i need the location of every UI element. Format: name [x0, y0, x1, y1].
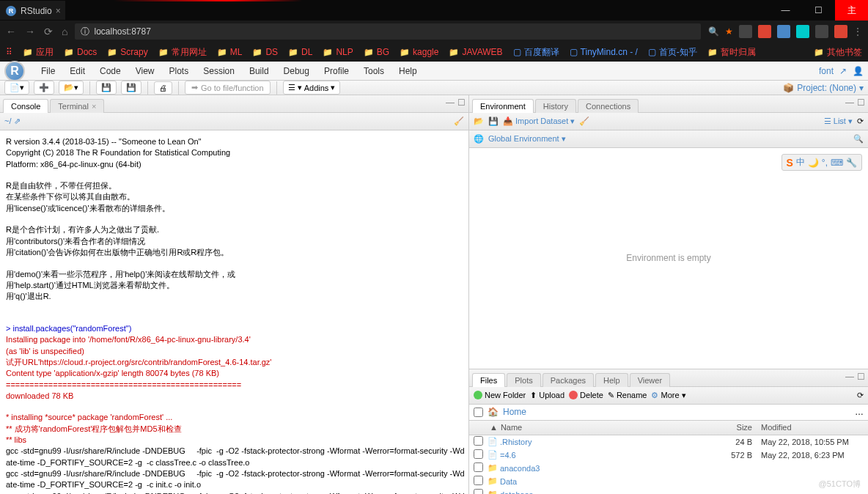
- bookmark-item[interactable]: 📁暂时归属: [707, 46, 756, 59]
- name-column[interactable]: ▲ Name: [487, 423, 707, 432]
- file-row[interactable]: 📁database: [469, 488, 868, 494]
- close-button[interactable]: 主: [835, 0, 868, 21]
- maximize-button[interactable]: ☐: [802, 0, 835, 21]
- other-bookmarks[interactable]: 📁 其他书签: [814, 46, 862, 59]
- list-view-button[interactable]: ☰ List ▾: [824, 117, 853, 126]
- close-icon[interactable]: ×: [92, 102, 96, 111]
- tab-close-icon[interactable]: ×: [56, 6, 61, 16]
- save-all-button[interactable]: 💾: [121, 81, 141, 95]
- home-link[interactable]: Home: [503, 407, 526, 417]
- menu-build[interactable]: Build: [242, 63, 276, 79]
- rename-button[interactable]: ✎Rename: [608, 391, 647, 400]
- print-button[interactable]: 🖨: [154, 81, 172, 95]
- bookmark-item[interactable]: ▢首页-知乎: [648, 46, 697, 59]
- home-icon[interactable]: ⌂: [62, 26, 67, 37]
- search-icon[interactable]: 🔍: [853, 134, 864, 144]
- ime-mode[interactable]: 中: [796, 156, 805, 169]
- maximize-pane-icon[interactable]: ☐: [857, 372, 865, 382]
- bookmark-item[interactable]: 📁kaggle: [400, 46, 438, 59]
- reload-icon[interactable]: ⟳: [44, 26, 53, 37]
- size-column[interactable]: Size: [707, 423, 758, 432]
- plots-tab[interactable]: Plots: [507, 373, 540, 387]
- ime-toolbar[interactable]: S 中 🌙 °, ⌨ 🔧: [781, 154, 862, 171]
- back-icon[interactable]: ←: [6, 26, 16, 37]
- open-file-button[interactable]: 📂▾: [59, 81, 84, 95]
- more-button[interactable]: ⚙More ▾: [651, 391, 685, 400]
- viewer-tab[interactable]: Viewer: [630, 373, 670, 387]
- file-row[interactable]: 📁Data: [469, 475, 868, 488]
- goto-file-input[interactable]: ➡ Go to file/function: [185, 81, 271, 95]
- home-icon[interactable]: 🏠: [488, 407, 499, 417]
- goto-dir-icon[interactable]: …: [855, 407, 864, 417]
- star-icon[interactable]: ★: [725, 26, 733, 37]
- ime-keyboard-icon[interactable]: ⌨: [831, 158, 843, 168]
- forward-icon[interactable]: →: [25, 26, 35, 37]
- ext-icon-4[interactable]: [796, 25, 809, 38]
- apps-icon[interactable]: ⠿: [6, 47, 12, 57]
- clear-workspace-icon[interactable]: 🧹: [579, 117, 589, 126]
- new-project-button[interactable]: ➕: [34, 81, 54, 95]
- environment-tab[interactable]: Environment: [472, 99, 534, 113]
- file-name[interactable]: database: [499, 490, 707, 494]
- menu-help[interactable]: Help: [391, 63, 424, 79]
- bookmark-item[interactable]: 📁Scrapy: [107, 46, 147, 59]
- menu-view[interactable]: View: [128, 63, 162, 79]
- refresh-icon[interactable]: ⟳: [857, 391, 864, 400]
- maximize-pane-icon[interactable]: ☐: [457, 97, 466, 108]
- upload-button[interactable]: ⬆Upload: [530, 391, 564, 400]
- bookmark-item[interactable]: 📁DS: [252, 46, 278, 59]
- search-icon[interactable]: 🔍: [708, 26, 719, 37]
- ext-icon-1[interactable]: [739, 25, 752, 38]
- minimize-button[interactable]: —: [769, 0, 802, 21]
- bookmark-item[interactable]: 📁DL: [288, 46, 312, 59]
- url-input[interactable]: ⓘ localhost:8787: [75, 23, 701, 40]
- minimize-pane-icon[interactable]: —: [845, 97, 854, 108]
- file-name[interactable]: Data: [499, 477, 707, 486]
- user-icon[interactable]: 👤: [853, 66, 864, 76]
- bookmark-item[interactable]: ▢TinyMind.cn - /: [570, 46, 638, 59]
- menu-plots[interactable]: Plots: [162, 63, 196, 79]
- menu-session[interactable]: Session: [196, 63, 242, 79]
- terminal-tab[interactable]: Terminal×: [50, 99, 104, 113]
- load-workspace-icon[interactable]: 📂: [474, 117, 484, 126]
- ext-icon-5[interactable]: [815, 25, 828, 38]
- bookmark-item[interactable]: 📁ML: [217, 46, 243, 59]
- select-all-checkbox[interactable]: [474, 408, 483, 417]
- menu-debug[interactable]: Debug: [276, 63, 317, 79]
- minimize-pane-icon[interactable]: —: [446, 97, 455, 108]
- import-dataset-button[interactable]: 📥 Import Dataset ▾: [503, 117, 575, 126]
- logout-icon[interactable]: ↗: [839, 66, 847, 76]
- ime-settings-icon[interactable]: 🔧: [846, 158, 857, 168]
- menu-file[interactable]: File: [34, 63, 62, 79]
- minimize-pane-icon[interactable]: —: [845, 372, 854, 382]
- new-file-button[interactable]: 📄▾: [4, 81, 29, 95]
- console-tab[interactable]: Console: [3, 99, 48, 113]
- adblock-icon[interactable]: [834, 25, 847, 38]
- maximize-pane-icon[interactable]: ☐: [857, 97, 865, 108]
- delete-button[interactable]: Delete: [569, 391, 603, 399]
- menu-profile[interactable]: Profile: [317, 63, 356, 79]
- ime-moon-icon[interactable]: 🌙: [808, 158, 819, 168]
- menu-edit[interactable]: Edit: [62, 63, 92, 79]
- file-name[interactable]: .Rhistory: [499, 438, 707, 446]
- project-selector[interactable]: 📦 Project: (None) ▾: [783, 83, 864, 93]
- connections-tab[interactable]: Connections: [578, 99, 639, 113]
- file-name[interactable]: =4.6: [499, 451, 707, 460]
- history-tab[interactable]: History: [535, 99, 576, 113]
- browser-tab[interactable]: R RStudio ×: [0, 1, 65, 20]
- ext-icon-3[interactable]: [777, 25, 790, 38]
- file-row[interactable]: 📄=4.6572 BMay 22, 2018, 6:23 PM: [469, 449, 868, 462]
- ime-punct-icon[interactable]: °,: [822, 158, 828, 168]
- file-checkbox[interactable]: [474, 462, 483, 472]
- file-checkbox[interactable]: [474, 449, 483, 459]
- ext-icon-2[interactable]: [758, 25, 771, 38]
- file-row[interactable]: 📄.Rhistory24 BMay 22, 2018, 10:55 PM: [469, 435, 868, 449]
- bookmark-item[interactable]: 📁常用网址: [158, 46, 207, 59]
- file-checkbox[interactable]: [474, 436, 483, 446]
- bookmark-item[interactable]: 📁JAVAWEB: [449, 46, 502, 59]
- bookmark-item[interactable]: 📁Docs: [64, 46, 97, 59]
- font-label[interactable]: font: [819, 66, 834, 76]
- menu-icon[interactable]: ⋮: [853, 26, 862, 37]
- bookmark-item[interactable]: 📁应用: [23, 46, 54, 59]
- env-scope-selector[interactable]: Global Environment ▾: [488, 134, 566, 144]
